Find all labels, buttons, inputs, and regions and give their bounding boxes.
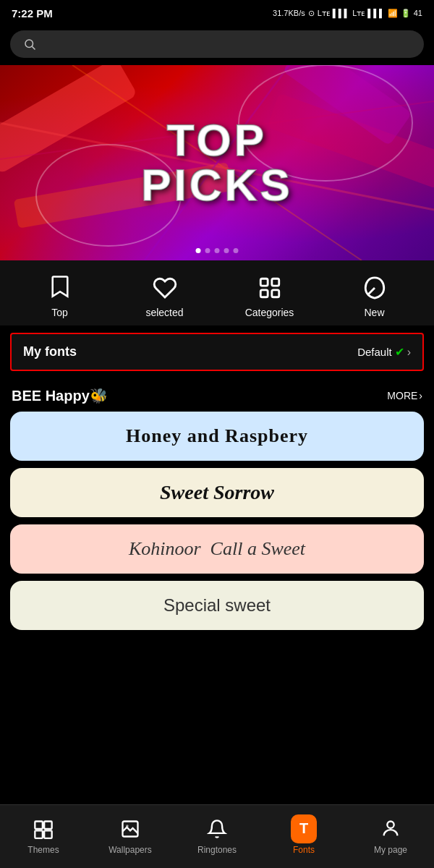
fonts-label: Fonts bbox=[293, 845, 315, 855]
section-title: BEE Happy🐝 bbox=[12, 387, 108, 404]
banner-title-text: TOPPICKS bbox=[141, 118, 292, 208]
more-button[interactable]: MORE › bbox=[387, 390, 422, 401]
font-card-3[interactable]: Kohinoor Call a Sweet bbox=[10, 524, 424, 574]
font-card-text-4: Special sweet bbox=[163, 595, 271, 616]
dot-4[interactable] bbox=[224, 248, 229, 253]
svg-line-1 bbox=[32, 46, 35, 49]
svg-rect-9 bbox=[271, 278, 278, 286]
more-chevron-icon: › bbox=[419, 390, 422, 401]
nav-icons-row: Top selected Categories Ne bbox=[0, 260, 434, 326]
banner-title: TOPPICKS bbox=[141, 118, 292, 208]
bottom-nav-wallpapers[interactable]: Wallpapers bbox=[101, 816, 159, 855]
bottom-nav-themes[interactable]: Themes bbox=[14, 816, 72, 855]
svg-rect-10 bbox=[260, 290, 268, 297]
bottom-nav-fonts[interactable]: T Fonts bbox=[275, 816, 333, 855]
status-icons: 31.7KB/s ⊙ Lᴛᴇ ▌▌▌ Lᴛᴇ ▌▌▌ 📶 🔋 41 bbox=[273, 9, 422, 18]
selected-icon-wrap bbox=[150, 273, 179, 302]
font-card-1[interactable]: Honey and Raspbery bbox=[10, 412, 424, 461]
nav-item-categories[interactable]: Categories bbox=[241, 273, 299, 318]
ringtones-icon-box bbox=[204, 816, 230, 842]
lte-icon: Lᴛᴇ bbox=[318, 9, 330, 18]
dot-2[interactable] bbox=[205, 248, 210, 253]
themes-label: Themes bbox=[27, 845, 59, 855]
mypage-label: My page bbox=[374, 845, 407, 855]
new-icon-wrap bbox=[360, 273, 389, 302]
new-label: New bbox=[364, 307, 384, 318]
mypage-icon-box bbox=[378, 816, 404, 842]
svg-rect-12 bbox=[35, 821, 43, 829]
signal-bars-1: ▌▌▌ bbox=[333, 9, 349, 17]
chevron-right-icon: › bbox=[407, 346, 411, 359]
grid-icon bbox=[258, 276, 282, 300]
font-card-text-3: Kohinoor Call a Sweet bbox=[129, 538, 305, 560]
svg-rect-15 bbox=[44, 830, 51, 838]
fonts-icon-box: T bbox=[291, 816, 317, 842]
svg-rect-14 bbox=[35, 830, 43, 838]
fonts-icon-letter: T bbox=[299, 820, 308, 837]
svg-point-18 bbox=[387, 821, 393, 827]
my-fonts-bar[interactable]: My fonts Default ✔ › bbox=[10, 333, 424, 371]
categories-icon-wrap bbox=[255, 273, 284, 302]
heart-icon bbox=[153, 276, 177, 300]
nav-item-new[interactable]: New bbox=[346, 273, 404, 318]
nav-item-selected[interactable]: selected bbox=[136, 273, 194, 318]
battery-level: 41 bbox=[414, 9, 422, 17]
categories-label: Categories bbox=[245, 307, 294, 318]
font-card-2[interactable]: Sweet Sorrow bbox=[10, 468, 424, 517]
top-label: Top bbox=[51, 307, 68, 318]
dot-5[interactable] bbox=[234, 248, 239, 253]
green-check-icon: ✔ bbox=[395, 345, 404, 359]
bottom-nav: Themes Wallpapers Ringtones T Fonts bbox=[0, 804, 434, 868]
wifi-icon: 📶 bbox=[388, 9, 398, 18]
svg-rect-8 bbox=[260, 278, 268, 286]
wallpapers-label: Wallpapers bbox=[109, 845, 152, 855]
svg-rect-13 bbox=[44, 821, 51, 829]
lte-icon-2: Lᴛᴇ bbox=[352, 9, 365, 18]
bottom-nav-ringtones[interactable]: Ringtones bbox=[188, 816, 246, 855]
bookmark-icon bbox=[48, 275, 72, 301]
my-fonts-right: Default ✔ › bbox=[357, 345, 411, 359]
search-bar[interactable] bbox=[10, 30, 424, 58]
my-fonts-status: Default bbox=[357, 346, 392, 358]
dot-1[interactable] bbox=[196, 248, 201, 253]
signal-icon: ⊙ bbox=[308, 9, 315, 18]
top-icon-wrap bbox=[46, 273, 75, 302]
status-bar: 7:22 PM 31.7KB/s ⊙ Lᴛᴇ ▌▌▌ Lᴛᴇ ▌▌▌ 📶 🔋 4… bbox=[0, 0, 434, 26]
wallpapers-icon bbox=[120, 819, 140, 839]
themes-icon bbox=[33, 819, 54, 839]
signal-bars-2: ▌▌▌ bbox=[367, 9, 384, 17]
network-speed: 31.7KB/s bbox=[273, 9, 305, 17]
font-cards: Honey and Raspbery Sweet Sorrow Kohinoor… bbox=[0, 412, 434, 630]
dot-3[interactable] bbox=[215, 248, 220, 253]
ringtones-icon bbox=[207, 819, 227, 839]
battery-icon: 🔋 bbox=[401, 9, 411, 18]
ringtones-label: Ringtones bbox=[197, 845, 237, 855]
search-icon bbox=[23, 38, 36, 51]
my-fonts-label: My fonts bbox=[23, 344, 77, 359]
font-card-4[interactable]: Special sweet bbox=[10, 581, 424, 630]
banner-dots bbox=[196, 248, 239, 253]
font-card-text-2: Sweet Sorrow bbox=[160, 481, 274, 504]
leaf-icon bbox=[362, 276, 387, 300]
svg-point-0 bbox=[25, 40, 33, 48]
mypage-icon bbox=[380, 819, 401, 839]
themes-icon-box bbox=[30, 816, 56, 842]
nav-item-top[interactable]: Top bbox=[31, 273, 89, 318]
fonts-active-bg: T bbox=[291, 814, 317, 843]
font-card-text-1: Honey and Raspbery bbox=[126, 425, 308, 447]
bottom-nav-mypage[interactable]: My page bbox=[362, 816, 420, 855]
more-label: MORE bbox=[387, 390, 417, 401]
status-time: 7:22 PM bbox=[12, 7, 53, 20]
svg-rect-11 bbox=[271, 290, 278, 297]
wallpapers-icon-box bbox=[117, 816, 143, 842]
banner: TOPPICKS bbox=[0, 65, 434, 260]
selected-label: selected bbox=[145, 307, 183, 318]
section-header: BEE Happy🐝 MORE › bbox=[0, 378, 434, 412]
